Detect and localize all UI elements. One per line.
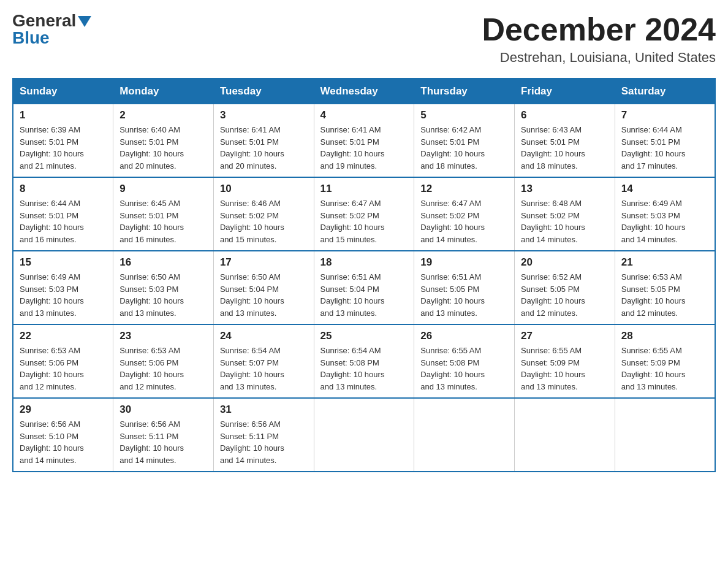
calendar-cell: 15 Sunrise: 6:49 AM Sunset: 5:03 PM Dayl… xyxy=(13,251,113,324)
calendar-cell: 27 Sunrise: 6:55 AM Sunset: 5:09 PM Dayl… xyxy=(515,324,615,398)
day-info: Sunrise: 6:42 AM Sunset: 5:01 PM Dayligh… xyxy=(420,124,508,172)
day-info: Sunrise: 6:50 AM Sunset: 5:03 PM Dayligh… xyxy=(119,271,207,319)
calendar-cell: 18 Sunrise: 6:51 AM Sunset: 5:04 PM Dayl… xyxy=(314,251,414,324)
day-header-saturday: Saturday xyxy=(615,79,715,104)
day-header-sunday: Sunday xyxy=(13,79,113,104)
day-header-friday: Friday xyxy=(515,79,615,104)
month-title: December 2024 xyxy=(482,12,716,47)
calendar-cell: 13 Sunrise: 6:48 AM Sunset: 5:02 PM Dayl… xyxy=(515,177,615,251)
calendar-cell: 29 Sunrise: 6:56 AM Sunset: 5:10 PM Dayl… xyxy=(13,398,113,472)
day-info: Sunrise: 6:49 AM Sunset: 5:03 PM Dayligh… xyxy=(20,271,107,319)
day-number: 26 xyxy=(420,330,508,342)
day-info: Sunrise: 6:54 AM Sunset: 5:08 PM Dayligh… xyxy=(320,345,408,393)
day-header-thursday: Thursday xyxy=(414,79,515,104)
day-number: 21 xyxy=(621,256,708,269)
svg-marker-0 xyxy=(78,16,91,27)
calendar-cell: 3 Sunrise: 6:41 AM Sunset: 5:01 PM Dayli… xyxy=(213,104,314,178)
title-section: December 2024 Destrehan, Louisiana, Unit… xyxy=(482,12,716,66)
day-number: 3 xyxy=(220,109,308,121)
day-info: Sunrise: 6:56 AM Sunset: 5:11 PM Dayligh… xyxy=(220,418,308,466)
calendar-cell: 8 Sunrise: 6:44 AM Sunset: 5:01 PM Dayli… xyxy=(13,177,113,251)
day-info: Sunrise: 6:55 AM Sunset: 5:08 PM Dayligh… xyxy=(420,345,508,393)
day-number: 18 xyxy=(320,256,408,269)
day-number: 8 xyxy=(20,183,107,195)
day-number: 1 xyxy=(20,109,107,121)
logo-triangle-icon xyxy=(78,16,91,27)
day-info: Sunrise: 6:55 AM Sunset: 5:09 PM Dayligh… xyxy=(621,345,708,393)
calendar-cell: 16 Sunrise: 6:50 AM Sunset: 5:03 PM Dayl… xyxy=(113,251,214,324)
week-row-4: 22 Sunrise: 6:53 AM Sunset: 5:06 PM Dayl… xyxy=(13,324,715,398)
week-row-2: 8 Sunrise: 6:44 AM Sunset: 5:01 PM Dayli… xyxy=(13,177,715,251)
day-number: 28 xyxy=(621,330,708,342)
day-info: Sunrise: 6:53 AM Sunset: 5:06 PM Dayligh… xyxy=(119,345,207,393)
day-number: 30 xyxy=(119,404,207,416)
day-info: Sunrise: 6:54 AM Sunset: 5:07 PM Dayligh… xyxy=(220,345,308,393)
calendar-cell: 11 Sunrise: 6:47 AM Sunset: 5:02 PM Dayl… xyxy=(314,177,414,251)
day-number: 16 xyxy=(119,256,207,269)
calendar-cell: 5 Sunrise: 6:42 AM Sunset: 5:01 PM Dayli… xyxy=(414,104,515,178)
day-number: 10 xyxy=(220,183,308,195)
week-row-3: 15 Sunrise: 6:49 AM Sunset: 5:03 PM Dayl… xyxy=(13,251,715,324)
day-number: 25 xyxy=(320,330,408,342)
calendar-cell: 14 Sunrise: 6:49 AM Sunset: 5:03 PM Dayl… xyxy=(615,177,715,251)
calendar-cell: 25 Sunrise: 6:54 AM Sunset: 5:08 PM Dayl… xyxy=(314,324,414,398)
day-number: 24 xyxy=(220,330,308,342)
calendar-cell: 12 Sunrise: 6:47 AM Sunset: 5:02 PM Dayl… xyxy=(414,177,515,251)
calendar-cell: 17 Sunrise: 6:50 AM Sunset: 5:04 PM Dayl… xyxy=(213,251,314,324)
day-info: Sunrise: 6:53 AM Sunset: 5:05 PM Dayligh… xyxy=(621,271,708,319)
day-info: Sunrise: 6:43 AM Sunset: 5:01 PM Dayligh… xyxy=(521,124,609,172)
day-info: Sunrise: 6:50 AM Sunset: 5:04 PM Dayligh… xyxy=(220,271,308,319)
day-number: 11 xyxy=(320,183,408,195)
day-info: Sunrise: 6:53 AM Sunset: 5:06 PM Dayligh… xyxy=(20,345,107,393)
day-info: Sunrise: 6:47 AM Sunset: 5:02 PM Dayligh… xyxy=(320,197,408,245)
day-info: Sunrise: 6:41 AM Sunset: 5:01 PM Dayligh… xyxy=(220,124,308,172)
day-info: Sunrise: 6:55 AM Sunset: 5:09 PM Dayligh… xyxy=(521,345,609,393)
day-number: 15 xyxy=(20,256,107,269)
calendar-cell: 10 Sunrise: 6:46 AM Sunset: 5:02 PM Dayl… xyxy=(213,177,314,251)
calendar-cell: 6 Sunrise: 6:43 AM Sunset: 5:01 PM Dayli… xyxy=(515,104,615,178)
day-number: 7 xyxy=(621,109,708,121)
calendar-cell: 9 Sunrise: 6:45 AM Sunset: 5:01 PM Dayli… xyxy=(113,177,214,251)
day-info: Sunrise: 6:51 AM Sunset: 5:05 PM Dayligh… xyxy=(420,271,508,319)
calendar-cell: 30 Sunrise: 6:56 AM Sunset: 5:11 PM Dayl… xyxy=(113,398,214,472)
calendar-cell xyxy=(414,398,515,472)
day-info: Sunrise: 6:41 AM Sunset: 5:01 PM Dayligh… xyxy=(320,124,408,172)
calendar-cell: 26 Sunrise: 6:55 AM Sunset: 5:08 PM Dayl… xyxy=(414,324,515,398)
day-number: 17 xyxy=(220,256,308,269)
day-number: 23 xyxy=(119,330,207,342)
week-row-5: 29 Sunrise: 6:56 AM Sunset: 5:10 PM Dayl… xyxy=(13,398,715,472)
calendar-cell: 21 Sunrise: 6:53 AM Sunset: 5:05 PM Dayl… xyxy=(615,251,715,324)
day-info: Sunrise: 6:45 AM Sunset: 5:01 PM Dayligh… xyxy=(119,197,207,245)
calendar-cell xyxy=(314,398,414,472)
day-number: 31 xyxy=(220,404,308,416)
calendar-cell: 23 Sunrise: 6:53 AM Sunset: 5:06 PM Dayl… xyxy=(113,324,214,398)
day-number: 27 xyxy=(521,330,609,342)
days-header-row: SundayMondayTuesdayWednesdayThursdayFrid… xyxy=(13,79,715,104)
day-info: Sunrise: 6:51 AM Sunset: 5:04 PM Dayligh… xyxy=(320,271,408,319)
day-info: Sunrise: 6:48 AM Sunset: 5:02 PM Dayligh… xyxy=(521,197,609,245)
logo: General Blue xyxy=(12,12,91,47)
calendar-cell: 7 Sunrise: 6:44 AM Sunset: 5:01 PM Dayli… xyxy=(615,104,715,178)
day-number: 6 xyxy=(521,109,609,121)
calendar-cell: 28 Sunrise: 6:55 AM Sunset: 5:09 PM Dayl… xyxy=(615,324,715,398)
day-number: 14 xyxy=(621,183,708,195)
day-info: Sunrise: 6:46 AM Sunset: 5:02 PM Dayligh… xyxy=(220,197,308,245)
calendar-cell: 22 Sunrise: 6:53 AM Sunset: 5:06 PM Dayl… xyxy=(13,324,113,398)
calendar-cell: 24 Sunrise: 6:54 AM Sunset: 5:07 PM Dayl… xyxy=(213,324,314,398)
day-info: Sunrise: 6:49 AM Sunset: 5:03 PM Dayligh… xyxy=(621,197,708,245)
week-row-1: 1 Sunrise: 6:39 AM Sunset: 5:01 PM Dayli… xyxy=(13,104,715,178)
day-number: 20 xyxy=(521,256,609,269)
day-info: Sunrise: 6:44 AM Sunset: 5:01 PM Dayligh… xyxy=(20,197,107,245)
day-header-monday: Monday xyxy=(113,79,214,104)
calendar-cell: 20 Sunrise: 6:52 AM Sunset: 5:05 PM Dayl… xyxy=(515,251,615,324)
calendar-cell: 2 Sunrise: 6:40 AM Sunset: 5:01 PM Dayli… xyxy=(113,104,214,178)
location-title: Destrehan, Louisiana, United States xyxy=(482,50,716,66)
calendar-cell: 1 Sunrise: 6:39 AM Sunset: 5:01 PM Dayli… xyxy=(13,104,113,178)
calendar-cell xyxy=(515,398,615,472)
day-info: Sunrise: 6:44 AM Sunset: 5:01 PM Dayligh… xyxy=(621,124,708,172)
calendar-cell: 31 Sunrise: 6:56 AM Sunset: 5:11 PM Dayl… xyxy=(213,398,314,472)
day-info: Sunrise: 6:52 AM Sunset: 5:05 PM Dayligh… xyxy=(521,271,609,319)
day-number: 12 xyxy=(420,183,508,195)
day-info: Sunrise: 6:47 AM Sunset: 5:02 PM Dayligh… xyxy=(420,197,508,245)
day-header-tuesday: Tuesday xyxy=(213,79,314,104)
